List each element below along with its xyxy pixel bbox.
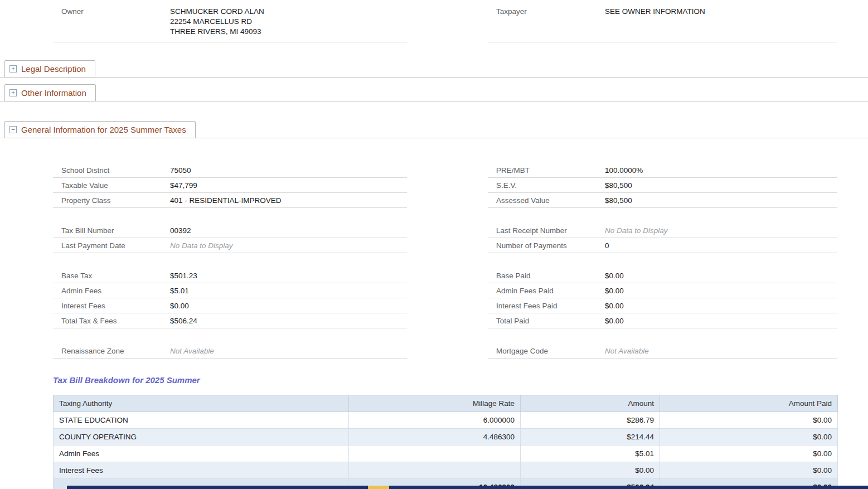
field-mortgage-code: Mortgage Code Not Available (488, 343, 837, 359)
partial-bottom-bar (67, 486, 868, 489)
field-assessed-value: Assessed Value $80,500 (488, 193, 837, 208)
cell-paid: $0.00 (660, 412, 838, 429)
other-information-tab-label: Other Information (21, 88, 86, 98)
field-label: Number of Payments (488, 241, 605, 250)
field-interest-fees-paid: Interest Fees Paid $0.00 (488, 298, 837, 313)
general-information-tab[interactable]: − General Information for 2025 Summer Ta… (4, 121, 196, 138)
field-label: Renaissance Zone (53, 346, 170, 356)
field-value: Not Available (605, 346, 837, 356)
field-label: Total Paid (488, 316, 605, 326)
field-label: School District (53, 166, 170, 175)
field-label: Base Paid (488, 271, 605, 280)
other-information-tab[interactable]: + Other Information (4, 84, 96, 101)
field-label: Last Receipt Number (488, 226, 605, 235)
partial-bottom-bar-highlight (368, 486, 389, 489)
table-row-admin-fees: Admin Fees $5.01 $0.00 (54, 446, 838, 462)
field-label: Interest Fees (53, 301, 170, 311)
owner-name: SCHMUCKER CORD ALAN (170, 7, 407, 17)
cell-amount: $5.01 (521, 446, 660, 462)
owner-value: SCHMUCKER CORD ALAN 22254 MARCELLUS RD T… (170, 7, 407, 37)
field-admin-fees: Admin Fees $5.01 (53, 283, 407, 298)
field-label: S.E.V. (488, 181, 605, 190)
field-taxable-value: Taxable Value $47,799 (53, 178, 407, 193)
general-info-right-column: PRE/MBT 100.0000% S.E.V. $80,500 Assesse… (488, 163, 837, 359)
cell-authority: Interest Fees (54, 462, 349, 479)
owner-address-line1: 22254 MARCELLUS RD (170, 17, 407, 27)
cell-authority: STATE EDUCATION (54, 412, 349, 429)
cell-paid: $0.00 (660, 429, 838, 446)
field-value: $0.00 (605, 316, 837, 326)
taxpayer-label: Taxpayer (488, 7, 605, 37)
cell-authority: Admin Fees (54, 446, 349, 462)
field-label: Last Payment Date (53, 241, 170, 250)
taxpayer-value: SEE OWNER INFORMATION (605, 7, 837, 37)
field-sev: S.E.V. $80,500 (488, 178, 837, 193)
plus-icon[interactable]: + (9, 89, 17, 96)
col-taxing-authority: Taxing Authority (54, 395, 349, 412)
field-label: Admin Fees (53, 286, 170, 296)
owner-block: Owner SCHMUCKER CORD ALAN 22254 MARCELLU… (53, 7, 407, 42)
cell-millage: 4.486300 (349, 429, 521, 446)
table-row-state-education: STATE EDUCATION 6.000000 $286.79 $0.00 (54, 412, 838, 429)
field-base-paid: Base Paid $0.00 (488, 268, 837, 283)
col-amount: Amount (521, 395, 660, 412)
field-value: 100.0000% (605, 166, 837, 175)
field-label: Total Tax & Fees (53, 316, 170, 326)
field-value: $47,799 (170, 181, 407, 190)
plus-icon[interactable]: + (9, 65, 17, 72)
cell-amount: $0.00 (521, 462, 660, 479)
field-total-tax-fees: Total Tax & Fees $506.24 (53, 313, 407, 328)
table-row-interest-fees: Interest Fees $0.00 $0.00 (54, 462, 838, 479)
field-school-district: School District 75050 (53, 163, 407, 178)
field-label: Taxable Value (53, 181, 170, 190)
general-information-panel: School District 75050 Taxable Value $47,… (0, 163, 868, 489)
legal-description-tab[interactable]: + Legal Description (4, 60, 95, 78)
field-value: $0.00 (605, 271, 837, 280)
field-label: PRE/MBT (488, 166, 605, 175)
cell-millage (349, 446, 521, 462)
table-header-row: Taxing Authority Millage Rate Amount Amo… (54, 395, 838, 412)
field-label: Mortgage Code (488, 346, 605, 356)
minus-icon[interactable]: − (9, 126, 17, 133)
field-value: 75050 (170, 166, 407, 175)
breakdown-title: Tax Bill Breakdown for 2025 Summer (53, 375, 868, 385)
cell-amount: $286.79 (521, 412, 660, 429)
section-other-information: + Other Information (0, 84, 868, 101)
field-value: $80,500 (605, 181, 837, 190)
table-row-county-operating: COUNTY OPERATING 4.486300 $214.44 $0.00 (54, 429, 838, 446)
cell-paid: $0.00 (660, 446, 838, 462)
field-label: Tax Bill Number (53, 226, 170, 235)
field-total-paid: Total Paid $0.00 (488, 313, 837, 328)
field-value: $0.00 (605, 301, 837, 311)
field-property-class: Property Class 401 - RESIDENTIAL-IMPROVE… (53, 193, 407, 208)
legal-description-tab-label: Legal Description (21, 64, 86, 74)
field-value: $0.00 (170, 301, 407, 311)
section-general-information: − General Information for 2025 Summer Ta… (0, 121, 868, 138)
field-pre-mbt: PRE/MBT 100.0000% (488, 163, 837, 178)
field-tax-bill-number: Tax Bill Number 00392 (53, 223, 407, 238)
field-label: Interest Fees Paid (488, 301, 605, 311)
field-value: 00392 (170, 226, 407, 235)
general-information-tab-label: General Information for 2025 Summer Taxe… (21, 125, 186, 134)
field-label: Property Class (53, 196, 170, 205)
cell-authority: COUNTY OPERATING (54, 429, 349, 446)
field-admin-fees-paid: Admin Fees Paid $0.00 (488, 283, 837, 298)
field-renaissance-zone: Renaissance Zone Not Available (53, 343, 407, 359)
general-info-left-column: School District 75050 Taxable Value $47,… (53, 163, 407, 359)
field-label: Assessed Value (488, 196, 605, 205)
field-label: Admin Fees Paid (488, 286, 605, 296)
field-last-payment-date: Last Payment Date No Data to Display (53, 238, 407, 253)
field-value: $0.00 (605, 286, 837, 296)
section-legal-description: + Legal Description (0, 60, 868, 78)
owner-address-line2: THREE RIVERS, MI 49093 (170, 27, 407, 37)
taxpayer-block: Taxpayer SEE OWNER INFORMATION (488, 7, 837, 42)
field-value: No Data to Display (170, 241, 407, 250)
field-value: 0 (605, 241, 837, 250)
field-value: $506.24 (170, 316, 407, 326)
tax-bill-breakdown-table: Taxing Authority Millage Rate Amount Amo… (53, 395, 838, 489)
cell-millage (349, 462, 521, 479)
col-amount-paid: Amount Paid (660, 395, 838, 412)
field-value: $80,500 (605, 196, 837, 205)
cell-millage: 6.000000 (349, 412, 521, 429)
field-label: Base Tax (53, 271, 170, 280)
